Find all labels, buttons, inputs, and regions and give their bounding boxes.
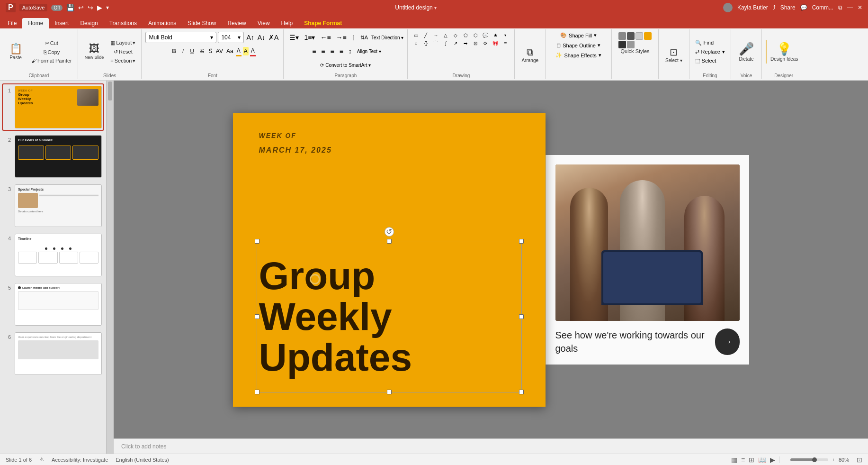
text-direction-label[interactable]: Text Direction ▾ [371,35,403,40]
rotate-handle[interactable]: ↺ [385,227,394,237]
bold-button[interactable]: B [170,47,179,55]
justify-icon[interactable]: ≡ [338,46,345,56]
line-spacing-icon[interactable]: ↕ [347,46,354,56]
align-left-icon[interactable]: ≡ [310,46,318,56]
shape-diamond[interactable]: ◇ [451,31,460,39]
find-button[interactable]: 🔍 Find [693,39,727,47]
columns-icon[interactable]: ⫿ [350,33,357,42]
shape-process[interactable]: ⊡ [471,39,480,47]
shape-eq[interactable]: = [501,39,510,47]
text-direction-icon[interactable]: ⇅A [358,34,370,42]
share-icon[interactable]: ⤴ [773,4,776,11]
change-case-icon[interactable]: Aa [225,47,234,55]
handle-top-middle[interactable] [387,239,392,244]
shape-callout[interactable]: 💬 [481,31,490,39]
fit-slide-icon[interactable]: ⊡ [857,456,862,464]
slide-main-text[interactable]: Group Weekly Updates [259,255,519,378]
decrease-indent-icon[interactable]: ←≡ [318,33,332,42]
select-edit-button[interactable]: ⬚ Select [693,57,727,65]
tab-home[interactable]: Home [22,18,49,28]
shape-oval[interactable]: ○ [412,39,420,47]
shape-s-conn[interactable]: ∫ [441,39,450,47]
comments-icon[interactable]: 💬 [800,4,807,11]
minimize-icon[interactable]: — [847,4,853,11]
tab-view[interactable]: View [252,18,276,28]
notes-text[interactable]: Click to add notes [121,443,166,450]
undo-icon[interactable]: ↩ [78,4,84,11]
shape-conn[interactable]: ⌒ [431,39,440,47]
tab-insert[interactable]: Insert [49,18,74,28]
comments-label[interactable]: Comm... [812,4,833,11]
tab-file[interactable]: File [2,18,22,28]
shape-outline-dropdown[interactable]: ▾ [598,42,600,48]
shape-pentagon[interactable]: ⬠ [461,31,470,39]
shape-ribbon[interactable]: 🎀 [491,39,500,47]
design-arrow-button[interactable]: → [715,328,739,355]
tab-slideshow[interactable]: Slide Show [182,18,222,28]
zoom-slider-thumb[interactable] [812,457,817,462]
slide-thumb-2[interactable]: 2 Our Goals at a Glance [3,134,103,179]
copy-button[interactable]: ⎘ Copy [29,48,74,56]
underline-button[interactable]: U [188,47,197,55]
tab-help[interactable]: Help [276,18,299,28]
handle-middle-right[interactable] [519,314,524,319]
reset-button[interactable]: ↺ Reset [108,48,137,56]
view-outline-icon[interactable]: ≡ [741,456,745,464]
shape-line[interactable]: ╱ [421,31,430,39]
new-slide-button[interactable]: 🖼 New Slide [82,42,107,62]
main-slide-canvas[interactable]: WEEK OF MARCH 17, 2025 ↺ [233,113,546,407]
restore-down-icon[interactable]: ⧉ [838,4,842,11]
align-right-icon[interactable]: ≡ [328,46,336,56]
char-spacing-icon[interactable]: AV [215,47,224,55]
shape-effects-dropdown[interactable]: ▾ [599,52,601,58]
quick-styles-button[interactable]: Quick Styles [616,31,654,55]
shape-arrow[interactable]: → [431,31,440,39]
italic-button[interactable]: I [180,47,186,55]
view-slide-sorter-icon[interactable]: ⊞ [749,456,754,464]
slide-thumb-3[interactable]: 3 Special Projects Details content [3,183,103,228]
font-name-selector[interactable]: Muli Bold ▾ [145,32,216,43]
shape-fill-dropdown[interactable]: ▾ [594,32,597,38]
tab-animations[interactable]: Animations [143,18,182,28]
design-ideas-button[interactable]: 💡 Design Ideas [766,40,802,64]
slide-panel-scrollbar[interactable] [107,81,113,454]
shape-bend[interactable]: ↗ [451,39,460,47]
zoom-slider[interactable] [790,458,828,461]
tab-shape-format[interactable]: Shape Format [298,18,348,28]
convert-smartart-label[interactable]: ⟳ Convert to SmartArt ▾ [320,63,371,68]
view-normal-icon[interactable]: ▦ [731,456,737,464]
decrease-font-icon[interactable]: A↓ [257,33,266,42]
shape-hexagon[interactable]: ⬡ [471,31,480,39]
slide-thumb-4[interactable]: 4 Timeline [3,232,103,278]
slideshow-icon[interactable]: ▶ [770,456,775,464]
tab-review[interactable]: Review [222,18,251,28]
handle-top-right[interactable] [519,239,524,244]
replace-button[interactable]: ⇄ Replace ▾ [693,48,727,56]
handle-bottom-right[interactable] [519,390,524,394]
cut-button[interactable]: ✂ Cut [29,39,74,47]
font-color-icon[interactable]: A [236,46,242,56]
view-reading-icon[interactable]: 📖 [758,456,766,464]
align-center-icon[interactable]: ≡ [319,46,327,56]
section-button[interactable]: ≡ Section ▾ [108,57,137,65]
shape-rect[interactable]: ▭ [412,31,420,39]
autosave-toggle[interactable]: Off [51,5,62,11]
shape-outline-button[interactable]: ◻ Shape Outline ▾ [555,41,602,49]
zoom-in-icon[interactable]: + [832,457,835,463]
tab-transitions[interactable]: Transitions [104,18,143,28]
highlight-icon[interactable]: A [243,47,249,55]
dictate-button[interactable]: 🎤 Dictate [735,40,758,64]
shape-block-arr[interactable]: ➡ [461,39,470,47]
slide-thumb-5[interactable]: 5 Launch mobile app support [3,282,103,327]
present-icon[interactable]: ▶ [97,4,102,11]
paste-button[interactable]: 📋 Paste [4,42,27,62]
align-text-label[interactable]: Align Text ▾ [357,49,381,54]
font-size-selector[interactable]: 104 ▾ [218,32,244,43]
redo-icon[interactable]: ↪ [88,4,93,11]
shape-cycle[interactable]: ⟳ [481,39,490,47]
notes-bar[interactable]: Click to add notes [114,438,868,454]
zoom-out-icon[interactable]: − [783,457,786,463]
shape-effects-button[interactable]: ✨ Shape Effects ▾ [554,51,603,59]
shape-fill-button[interactable]: 🎨 Shape Fill ▾ [558,31,599,39]
scrollbar-thumb[interactable] [108,82,112,100]
